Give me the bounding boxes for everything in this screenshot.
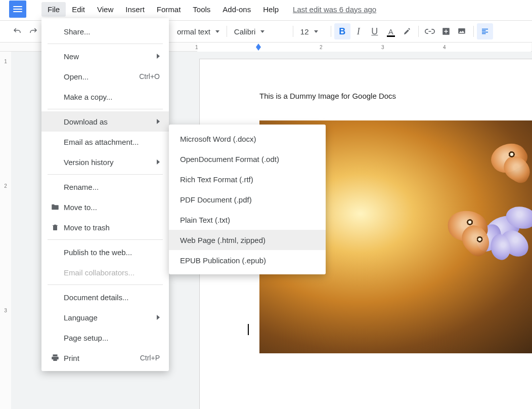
menu-separator bbox=[48, 44, 163, 44]
file-publish-web[interactable]: Publish to the web... bbox=[41, 242, 169, 262]
underline-button[interactable]: U bbox=[367, 23, 383, 39]
menu-help[interactable]: Help bbox=[257, 2, 285, 17]
submenu-arrow-icon bbox=[157, 54, 160, 59]
file-open[interactable]: Open... Ctrl+O bbox=[41, 66, 169, 87]
file-download-as[interactable]: Download as bbox=[41, 111, 169, 132]
file-print[interactable]: Print Ctrl+P bbox=[41, 348, 169, 368]
file-share[interactable]: Share... bbox=[41, 21, 169, 42]
text-cursor bbox=[248, 324, 249, 335]
text-color-button[interactable]: A bbox=[383, 23, 399, 39]
butterfly bbox=[478, 136, 532, 191]
file-version-history[interactable]: Version history bbox=[41, 152, 169, 172]
submenu-arrow-icon bbox=[157, 119, 160, 124]
menu-separator bbox=[48, 239, 163, 240]
indent-marker-icon[interactable] bbox=[256, 44, 261, 47]
separator bbox=[331, 26, 331, 37]
file-email-collaborators: Email collaborators... bbox=[41, 262, 169, 282]
fontsize-select[interactable]: 12 bbox=[296, 24, 328, 39]
insert-comment-button[interactable] bbox=[438, 23, 454, 39]
file-document-details[interactable]: Document details... bbox=[41, 287, 169, 307]
file-new[interactable]: New bbox=[41, 46, 169, 66]
download-rtf[interactable]: Rich Text Format (.rtf) bbox=[169, 169, 326, 189]
caret-down-icon bbox=[215, 30, 219, 33]
vertical-ruler: 1 2 3 bbox=[0, 52, 11, 409]
shortcut-label: Ctrl+O bbox=[139, 72, 160, 80]
print-icon bbox=[50, 353, 61, 362]
menu-separator bbox=[48, 284, 163, 285]
menu-edit[interactable]: Edit bbox=[66, 2, 91, 17]
menu-tools[interactable]: Tools bbox=[187, 2, 216, 17]
indent-marker-icon[interactable] bbox=[256, 47, 261, 51]
menu-format[interactable]: Format bbox=[151, 2, 187, 17]
document-text[interactable]: This is a Dummy Image for Google Docs bbox=[259, 92, 532, 100]
ruler-mark: 4 bbox=[443, 43, 446, 52]
caret-down-icon bbox=[260, 30, 264, 33]
flower-stem bbox=[527, 257, 532, 353]
insert-image-button[interactable] bbox=[454, 23, 470, 39]
file-rename[interactable]: Rename... bbox=[41, 177, 169, 197]
menu-separator bbox=[48, 174, 163, 175]
separator bbox=[418, 26, 419, 37]
italic-button[interactable]: I bbox=[350, 23, 367, 39]
submenu-arrow-icon bbox=[157, 159, 160, 165]
download-pdf[interactable]: PDF Document (.pdf) bbox=[169, 189, 326, 210]
download-txt[interactable]: Plain Text (.txt) bbox=[169, 210, 326, 230]
file-page-setup[interactable]: Page setup... bbox=[41, 328, 169, 348]
menu-separator bbox=[48, 109, 163, 109]
bold-button[interactable]: B bbox=[334, 23, 350, 39]
redo-button[interactable] bbox=[25, 23, 41, 39]
highlight-button[interactable] bbox=[399, 23, 415, 39]
download-as-submenu: Microsoft Word (.docx) OpenDocument Form… bbox=[169, 125, 326, 274]
paragraph-style-label: ormal text bbox=[177, 27, 210, 36]
file-language[interactable]: Language bbox=[41, 307, 169, 328]
ruler-mark: 2 bbox=[320, 43, 323, 52]
font-select[interactable]: Calibri bbox=[230, 24, 290, 39]
separator bbox=[473, 26, 474, 37]
shortcut-label: Ctrl+P bbox=[140, 354, 160, 362]
docs-app-icon[interactable] bbox=[9, 1, 26, 18]
caret-down-icon bbox=[314, 30, 318, 33]
menu-file[interactable]: File bbox=[41, 2, 66, 17]
ruler-mark: 1 bbox=[195, 43, 198, 52]
download-odt[interactable]: OpenDocument Format (.odt) bbox=[169, 149, 326, 169]
file-menu-dropdown: Share... New Open... Ctrl+O Make a copy.… bbox=[41, 18, 169, 371]
download-docx[interactable]: Microsoft Word (.docx) bbox=[169, 129, 326, 149]
file-move-to-trash[interactable]: Move to trash bbox=[41, 217, 169, 237]
ruler-mark: 3 bbox=[2, 308, 9, 313]
fontsize-label: 12 bbox=[300, 27, 309, 36]
menu-addons[interactable]: Add-ons bbox=[216, 2, 257, 17]
paragraph-style-select[interactable]: ormal text bbox=[173, 24, 224, 39]
last-edit-link[interactable]: Last edit was 6 days ago bbox=[293, 5, 376, 14]
submenu-arrow-icon bbox=[157, 315, 160, 320]
separator bbox=[293, 26, 293, 37]
ruler-mark: 1 bbox=[2, 59, 9, 64]
file-make-copy[interactable]: Make a copy... bbox=[41, 87, 169, 107]
file-move-to[interactable]: Move to... bbox=[41, 197, 169, 217]
ruler-mark: 3 bbox=[381, 43, 384, 52]
menu-insert[interactable]: Insert bbox=[119, 2, 151, 17]
align-left-button[interactable] bbox=[477, 23, 493, 39]
insert-link-button[interactable] bbox=[422, 23, 438, 39]
download-html[interactable]: Web Page (.html, zipped) bbox=[169, 230, 326, 250]
ruler-mark: 2 bbox=[2, 183, 9, 189]
separator bbox=[227, 26, 227, 37]
menubar: File Edit View Insert Format Tools Add-o… bbox=[0, 0, 532, 18]
folder-icon bbox=[50, 202, 61, 212]
font-label: Calibri bbox=[234, 27, 256, 36]
undo-button[interactable] bbox=[9, 23, 25, 39]
download-epub[interactable]: EPUB Publication (.epub) bbox=[169, 250, 326, 270]
file-email-attachment[interactable]: Email as attachment... bbox=[41, 132, 169, 152]
menu-view[interactable]: View bbox=[91, 2, 119, 17]
trash-icon bbox=[50, 223, 61, 232]
butterfly bbox=[438, 207, 506, 262]
